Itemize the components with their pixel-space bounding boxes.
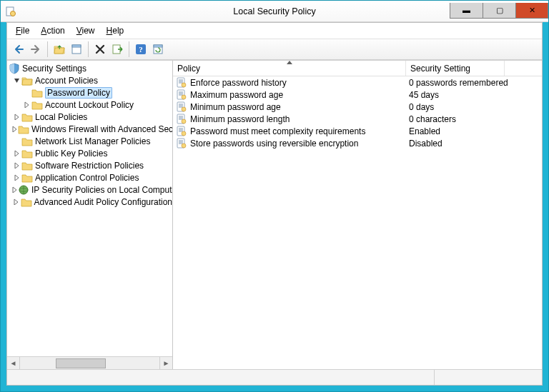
forward-button[interactable] [27,41,44,58]
tree-label: Account Lockout Policy [45,100,134,110]
cell-policy: Enforce password history [173,77,406,89]
statusbar [7,369,542,385]
list-row[interactable]: Enforce password history0 passwords reme… [173,76,542,89]
back-button[interactable] [10,41,27,58]
list-pane: Policy Security Setting Enforce password… [173,61,542,369]
tree-item-account-lockout[interactable]: Account Lockout Policy [7,99,172,111]
folder-icon [18,124,29,135]
cell-policy: Minimum password age [173,101,406,113]
cell-setting: Enabled [406,126,542,136]
cell-setting: 45 days [406,90,542,100]
scroll-right-icon[interactable]: ► [159,357,172,370]
sort-asc-icon [287,61,292,64]
globe-icon [18,184,29,196]
minimize-button[interactable]: ▬ [450,3,483,19]
export-button[interactable] [109,41,126,58]
svg-point-16 [11,11,16,16]
policy-value: 0 passwords remembered [409,78,508,88]
panes: Security Settings Account Policies Passw… [7,60,542,369]
folder-icon [21,172,33,184]
tree-item-windows-firewall[interactable]: Windows Firewall with Advanced Security [7,123,172,135]
list-row[interactable]: Maximum password age45 days [173,89,542,101]
policy-value: Enabled [409,126,440,136]
column-header-setting[interactable]: Security Setting [406,61,505,76]
list-row[interactable]: Minimum password age0 days [173,101,542,113]
expander-closed-icon[interactable] [21,100,31,110]
tree-item-software-restriction[interactable]: Software Restriction Policies [7,159,172,171]
delete-button[interactable] [92,41,109,58]
maximize-button[interactable]: ▢ [483,3,515,19]
policy-value: Disabled [409,139,442,149]
list-body[interactable]: Enforce password history0 passwords reme… [173,76,542,369]
toolbar-separator [47,41,48,57]
expander-closed-icon[interactable] [11,149,21,159]
close-button[interactable]: ✕ [515,3,548,19]
up-button[interactable] [51,41,68,58]
list-row[interactable]: Store passwords using reversible encrypt… [173,137,542,149]
folder-icon [31,99,43,111]
tree-hscrollbar[interactable]: ◄ ► [7,356,172,369]
policy-value: 0 days [409,102,434,112]
tree-pane: Security Settings Account Policies Passw… [7,61,173,369]
tree-label-selected: Password Policy [45,87,112,99]
toolbar [7,39,542,60]
tree-label: Public Key Policies [35,149,107,159]
tree-item-local-policies[interactable]: Local Policies [7,111,172,123]
tree-item-ip-security[interactable]: IP Security Policies on Local Computer [7,184,172,196]
help-button[interactable] [132,41,149,58]
refresh-button[interactable] [149,41,167,58]
expander-closed-icon[interactable] [11,112,21,122]
policy-icon [176,114,187,125]
tree-label: Advanced Audit Policy Configuration [34,197,172,207]
column-headers: Policy Security Setting [173,61,542,76]
tree-item-network-list[interactable]: Network List Manager Policies [7,135,172,147]
expander-closed-icon[interactable] [11,161,21,171]
menu-help[interactable]: Help [102,24,129,37]
expander-closed-icon[interactable] [11,197,21,207]
column-header-blank [505,61,542,76]
status-cell [7,370,435,385]
cell-setting: 0 days [406,102,542,112]
tree-item-public-key[interactable]: Public Key Policies [7,147,172,159]
menubar: File Action View Help [7,23,542,39]
client-area: File Action View Help [6,22,543,386]
column-header-policy[interactable]: Policy [173,61,406,76]
folder-icon [21,160,33,171]
policy-value: 45 days [409,90,439,100]
policy-name: Store passwords using reversible encrypt… [190,139,358,149]
column-label: Policy [177,64,200,74]
scroll-left-icon[interactable]: ◄ [7,357,20,370]
cell-policy: Password must meet complexity requiremen… [173,126,406,137]
titlebar[interactable]: Local Security Policy ▬ ▢ ✕ [1,1,548,22]
scroll-thumb[interactable] [56,358,106,368]
toolbar-separator [129,41,129,57]
toolbar-separator [88,41,89,57]
tree[interactable]: Security Settings Account Policies Passw… [7,61,172,356]
list-row[interactable]: Password must meet complexity requiremen… [173,125,542,137]
expander-closed-icon[interactable] [11,173,21,183]
list-row[interactable]: Minimum password length0 characters [173,113,542,125]
menu-file[interactable]: File [11,24,34,37]
tree-label: IP Security Policies on Local Computer [31,185,172,195]
tree-item-app-control[interactable]: Application Control Policies [7,171,172,184]
menu-action[interactable]: Action [36,24,69,37]
folder-icon [21,148,33,159]
cell-setting: Disabled [406,139,542,149]
tree-item-password-policy[interactable]: Password Policy [7,86,172,99]
window: Local Security Policy ▬ ▢ ✕ File Action … [0,0,549,392]
cell-policy: Minimum password length [173,114,406,125]
expander-closed-icon[interactable] [11,124,18,134]
expander-closed-icon[interactable] [11,185,18,195]
cell-setting: 0 characters [406,114,542,124]
tree-item-account-policies[interactable]: Account Policies [7,74,172,86]
tree-root[interactable]: Security Settings [7,62,172,74]
policy-name: Minimum password age [190,102,281,112]
policy-icon [176,77,187,89]
menu-view[interactable]: View [72,24,99,37]
policy-icon [176,126,187,137]
shield-icon [9,63,20,74]
expander-open-icon[interactable] [11,76,21,86]
properties-button[interactable] [68,41,85,58]
policy-name: Password must meet complexity requiremen… [190,126,365,136]
tree-item-adv-audit[interactable]: Advanced Audit Policy Configuration [7,196,172,208]
